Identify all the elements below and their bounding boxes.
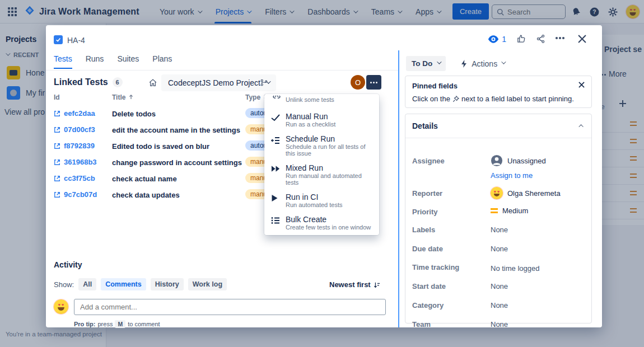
pinned-fields-hint: Click on the next to a field label to st… — [412, 95, 574, 103]
filter-all[interactable]: All — [78, 278, 96, 290]
test-id-link[interactable]: cc3f75cb — [54, 174, 95, 182]
reporter-value[interactable]: Olga Sheremeta — [491, 187, 561, 199]
project-selector[interactable]: CodeceptJS Demo Project — [161, 74, 276, 91]
schedule-icon — [271, 136, 280, 144]
tab-plans[interactable]: Plans — [152, 54, 172, 69]
priority-value[interactable]: Medium — [491, 207, 528, 215]
category-value[interactable]: None — [491, 301, 508, 310]
test-title[interactable]: Delete todos — [112, 110, 156, 118]
tabs-divider — [46, 70, 399, 71]
close-pinned-icon[interactable] — [578, 82, 585, 88]
home-icon[interactable] — [148, 78, 157, 87]
tab-suites[interactable]: Suites — [117, 54, 139, 69]
priority-medium-icon — [491, 208, 498, 213]
task-type-icon — [54, 35, 63, 44]
test-id-link[interactable]: 9c7cb07d — [54, 190, 97, 199]
sort-asc-icon — [129, 95, 133, 100]
time-tracking-value[interactable]: No time logged — [491, 264, 539, 273]
check-icon — [271, 114, 280, 121]
linked-tests-count: 6 — [113, 77, 123, 87]
test-title[interactable]: edit the account name in the settings — [112, 126, 240, 134]
tab-tests[interactable]: Tests — [54, 54, 72, 69]
fast-forward-icon — [271, 165, 281, 172]
external-link-icon — [54, 159, 60, 166]
field-label-time-tracking: Time tracking — [412, 263, 459, 271]
sort-order-button[interactable]: Newest first — [329, 280, 380, 289]
close-icon[interactable] — [578, 35, 586, 43]
menu-item-bulk-create[interactable]: Bulk Create Create few tests in one wind… — [264, 212, 379, 234]
test-tabs: Tests Runs Suites Plans — [54, 54, 172, 69]
assign-to-me-link[interactable]: Assign to me — [491, 171, 533, 180]
external-link-icon — [54, 143, 60, 149]
sort-newest-icon — [374, 282, 380, 288]
test-title[interactable]: check data updates — [112, 191, 180, 199]
issue-key[interactable]: HA-4 — [67, 36, 85, 45]
details-title: Details — [412, 121, 438, 130]
eye-icon — [488, 35, 499, 43]
column-header-id[interactable]: Id — [54, 93, 60, 101]
external-link-icon — [54, 110, 60, 117]
filter-history[interactable]: History — [151, 278, 184, 290]
screen: Jira Work Management Your work Projects … — [0, 0, 644, 347]
field-label-assignee: Assignee — [412, 157, 445, 165]
column-header-title[interactable]: Title — [112, 93, 133, 101]
collapse-details-icon[interactable] — [578, 124, 583, 129]
pinned-fields-title: Pinned fields — [412, 82, 458, 90]
current-user-avatar — [54, 299, 68, 314]
field-label-start-date: Start date — [412, 282, 446, 290]
test-id-link[interactable]: 07d00cf3 — [54, 125, 95, 134]
start-date-value[interactable]: None — [491, 282, 508, 290]
menu-item-sign-out[interactable]: Sign Out Sign out from this account — [264, 234, 379, 235]
test-id-link[interactable]: 361968b3 — [54, 158, 97, 166]
status-dropdown[interactable]: To Do — [406, 56, 446, 71]
filter-work-log[interactable]: Work log — [188, 278, 227, 290]
linked-tests-title: Linked Tests 6 — [54, 77, 123, 87]
pin-icon — [452, 96, 459, 102]
team-value[interactable]: None — [491, 320, 508, 329]
external-link-icon — [54, 191, 60, 198]
labels-value[interactable]: None — [491, 226, 508, 234]
due-date-value[interactable]: None — [491, 245, 508, 253]
actions-dropdown[interactable]: Actions — [460, 59, 505, 68]
field-label-due-date: Due date — [412, 245, 443, 253]
external-link-icon — [54, 175, 60, 182]
field-label-priority: Priority — [412, 208, 438, 216]
bulk-list-icon — [271, 217, 280, 224]
branch-icon[interactable] — [260, 78, 268, 87]
tab-runs[interactable]: Runs — [86, 54, 104, 69]
issue-detail-modal: HA-4 1 Tests Runs Suites Plans Linked Te… — [46, 25, 602, 327]
menu-item-mixed-run[interactable]: Mixed Run Run manual and automated tests — [264, 160, 379, 189]
field-label-category: Category — [412, 301, 444, 310]
more-actions-icon[interactable] — [556, 37, 566, 39]
test-id-link[interactable]: eefc2daa — [54, 109, 95, 118]
menu-item-unlink-cut[interactable]: Unlink some tests — [264, 94, 379, 109]
pinned-fields-card: Pinned fields Click on the next to a fie… — [405, 76, 592, 108]
like-thumb-icon[interactable] — [516, 34, 526, 44]
account-avatar[interactable]: O — [351, 75, 365, 90]
lightning-icon — [460, 59, 468, 68]
assignee-value[interactable]: Unassigned — [491, 154, 546, 167]
ellipsis-icon — [370, 82, 378, 83]
details-card: Details Assignee Unassigned Assign to me… — [405, 114, 592, 323]
activity-title: Activity — [54, 260, 82, 269]
field-label-reporter: Reporter — [412, 189, 442, 198]
watchers-button[interactable]: 1 — [488, 35, 506, 44]
reporter-avatar — [491, 187, 503, 199]
filter-comments[interactable]: Comments — [101, 278, 146, 290]
field-label-labels: Labels — [412, 226, 435, 234]
share-icon[interactable] — [536, 34, 545, 44]
test-title[interactable]: Edited todo is saved on blur — [112, 142, 209, 151]
show-label: Show: — [54, 280, 74, 289]
unassigned-avatar-icon — [491, 154, 503, 167]
menu-item-run-in-ci[interactable]: Run in CI Run automated tests — [264, 189, 379, 212]
panel-divider[interactable] — [398, 50, 399, 327]
pro-tip: Pro tip: press M to comment — [74, 320, 160, 328]
comment-box[interactable] — [74, 299, 386, 315]
test-id-link[interactable]: f8792839 — [54, 142, 95, 150]
menu-item-schedule-run[interactable]: Schedule Run Schedule a run for all test… — [264, 131, 379, 160]
comment-input[interactable] — [80, 303, 380, 311]
test-title[interactable]: check actual name — [112, 175, 177, 183]
menu-item-manual-run[interactable]: Manual Run Run as a checklist — [264, 109, 379, 131]
tests-more-menu-button[interactable] — [366, 75, 381, 90]
test-title[interactable]: change password in account settings — [112, 158, 242, 167]
